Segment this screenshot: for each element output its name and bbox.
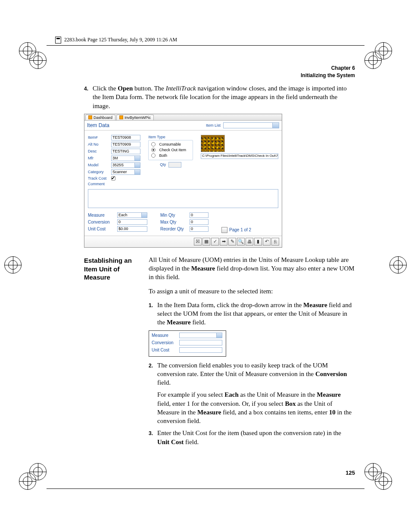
toolbar-btn-10[interactable]: ⎘ (271, 238, 279, 246)
toolbar-btn-1[interactable]: ☒ (194, 238, 202, 246)
book-tag: 2283.book Page 125 Thursday, July 9, 200… (55, 37, 177, 44)
toolbar-btn-3[interactable]: ✓ (211, 238, 219, 246)
book-icon (55, 37, 61, 44)
measure-dropdown-small[interactable] (179, 333, 222, 338)
page-number: 125 (346, 470, 355, 476)
radio-checkout[interactable] (151, 148, 156, 152)
conversion-input-small[interactable] (179, 340, 222, 345)
uom-lead: To assign a unit of measure to the selec… (149, 287, 355, 296)
crop-mark (29, 52, 47, 69)
step-text: Click the Open button. The IntelliTrack … (93, 84, 355, 110)
item-list-dropdown[interactable] (223, 122, 279, 128)
page-header: Chapter 6 Initializing the System (301, 65, 355, 79)
side-heading-uom: Establishing an Item Unit of Measure (84, 256, 144, 282)
toolbar-btn-2[interactable]: ▦ (202, 238, 210, 246)
item-image-thumbnail[interactable] (201, 135, 225, 152)
comment-textarea[interactable] (88, 189, 278, 208)
qty-input[interactable] (168, 162, 181, 168)
page-navigator: Page 1 of 2 (221, 227, 251, 233)
app-screenshot-measure: Measure Conversion Unit Cost (149, 330, 226, 357)
tab-icon (119, 115, 123, 119)
track-cost-checkbox[interactable] (111, 176, 115, 180)
uom-step-1: 1. In the Item Data form, click the drop… (149, 301, 355, 327)
radio-both[interactable] (151, 153, 156, 158)
crop-mark (29, 463, 47, 480)
chevron-down-icon (274, 124, 277, 126)
chapter-label: Chapter 6 (301, 65, 355, 72)
image-path-field[interactable]: C:\Program Files\IntelliTrack\DMS\Check … (201, 153, 278, 159)
category-dropdown[interactable]: Scanner (111, 169, 140, 175)
toolbar-btn-4[interactable]: ➡ (220, 238, 227, 246)
form-toolbar: ☒ ▦ ✓ ➡ ✎ 🔍 🖶 ▮ ↶ ⎘ (84, 236, 282, 247)
toolbar-btn-5[interactable]: ✎ (228, 238, 236, 246)
unit-cost-input[interactable]: $0.00 (117, 226, 147, 232)
mfr-dropdown[interactable]: 3M (111, 156, 140, 161)
unit-cost-input-small[interactable] (179, 347, 222, 353)
uom-step-3: 3. Enter the Unit Cost for the item (bas… (149, 429, 355, 446)
min-qty-input[interactable]: 0 (190, 212, 209, 218)
desc-input[interactable]: TESTING (111, 149, 140, 154)
toolbar-btn-8[interactable]: ▮ (254, 238, 262, 246)
crop-mark (4, 256, 22, 274)
step-number: 4. (84, 84, 93, 92)
tab-icon (88, 115, 92, 119)
tab-invbyitem[interactable]: InvByItemWPic (116, 115, 154, 120)
toolbar-btn-6[interactable]: 🔍 (237, 238, 245, 246)
alt-no-input[interactable]: TEST0909 (111, 142, 140, 147)
reorder-qty-input[interactable]: 0 (190, 226, 209, 232)
item-type-group: Consumable Check Out Item Both (148, 140, 193, 160)
uom-step-2: 2. The conversion field enables you to e… (149, 361, 355, 426)
form-title: Item Data (87, 122, 109, 128)
step-4: 4. Click the Open button. The IntelliTra… (84, 84, 355, 110)
item-number-input[interactable]: TEST0908 (111, 135, 140, 140)
item-list-label: Item List (206, 123, 221, 128)
app-screenshot-item-data: Dashboard InvByItemWPic Item Data Item L… (84, 114, 282, 248)
section-label: Initializing the System (301, 72, 355, 79)
uom-intro: All Unit of Measure (UOM) entries in the… (149, 255, 355, 282)
page-list-icon[interactable] (221, 227, 227, 233)
crop-mark (364, 52, 382, 69)
toolbar-btn-9[interactable]: ↶ (263, 238, 271, 246)
book-tag-text: 2283.book Page 125 Thursday, July 9, 200… (64, 37, 177, 43)
measure-dropdown[interactable]: Each (117, 212, 147, 218)
crop-mark (389, 256, 407, 274)
max-qty-input[interactable]: 0 (190, 219, 209, 225)
crop-mark (364, 463, 382, 480)
conversion-input[interactable]: 0 (117, 219, 147, 225)
tab-dashboard[interactable]: Dashboard (85, 115, 115, 120)
radio-consumable[interactable] (151, 142, 156, 146)
model-dropdown[interactable]: 3525S (111, 162, 140, 168)
toolbar-btn-7[interactable]: 🖶 (246, 238, 253, 246)
